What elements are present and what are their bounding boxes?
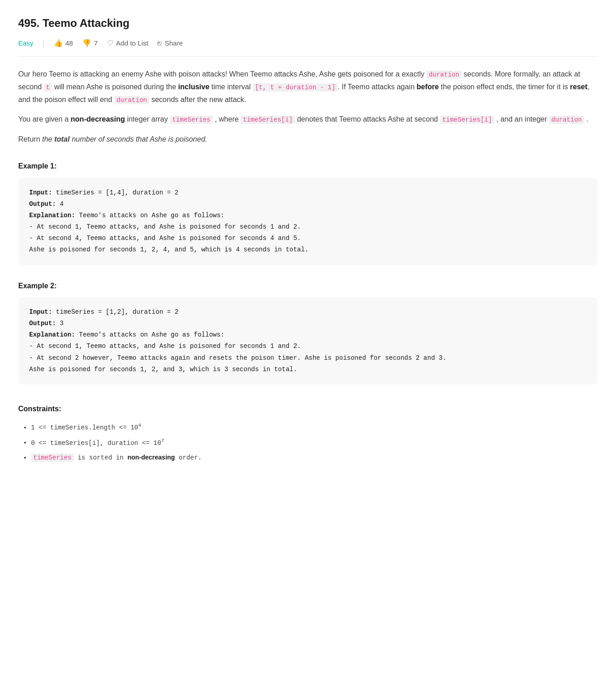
duration-code-1: duration xyxy=(426,71,462,79)
return-bold-italic: total xyxy=(54,135,70,143)
add-to-list-button[interactable]: ♡ Add to List xyxy=(107,37,149,49)
constraint3-bold: non-decreasing xyxy=(128,454,175,461)
desc-p2-mid3: denotes that Teemo attacks Ashe at secon… xyxy=(295,115,440,123)
return-end: number of seconds that Ashe is poisoned. xyxy=(70,135,207,143)
non-decreasing-text: non-decreasing xyxy=(71,115,125,123)
upvote-count: 48 xyxy=(66,38,73,49)
example2-detail-line3: Ashe is poisoned for seconds 1, 2, and 3… xyxy=(29,364,587,375)
example1-detail-line1: - At second 1, Teemo attacks, and Ashe i… xyxy=(29,221,587,233)
constraints-title: Constraints: xyxy=(18,403,598,415)
example2-output-val: 3 xyxy=(56,320,64,327)
before-text: before xyxy=(416,83,439,91)
example2-input-val: timeSeries = [1,2], duration = 2 xyxy=(52,308,178,316)
example1-box: Input: timeSeries = [1,4], duration = 2 … xyxy=(18,178,598,265)
return-italic: the xyxy=(42,135,54,143)
timeseries-i-code-2: timeSeries[i] xyxy=(440,116,494,124)
example2-title: Example 2: xyxy=(18,280,598,292)
example1-detail-line2: - At second 4, Teemo attacks, and Ashe i… xyxy=(29,233,587,244)
difficulty-badge: Easy xyxy=(18,38,33,49)
return-start: Return xyxy=(18,135,42,143)
add-to-list-label: Add to List xyxy=(116,38,149,49)
desc-p2-end: , and an integer xyxy=(494,115,549,123)
example1-explanation-line: Explanation: Teemo's attacks on Ashe go … xyxy=(29,210,587,221)
constraint2-sup: 7 xyxy=(161,438,164,444)
share-icon: ⎋ xyxy=(157,37,162,49)
upvote-button[interactable]: 👍 48 xyxy=(54,37,73,49)
desc-p2-mid2: , where xyxy=(213,115,241,123)
example2-output-line: Output: 3 xyxy=(29,318,587,329)
problem-title: 495. Teemo Attacking xyxy=(18,15,598,32)
desc-p2-period: . xyxy=(584,115,588,123)
constraint1-pre: 1 <= timeSeries.length <= 10 xyxy=(31,424,138,431)
constraint1-sup: 4 xyxy=(138,423,141,428)
description-paragraph-2: You are given a non-decreasing integer a… xyxy=(18,113,598,126)
example2-explanation-val: Teemo's attacks on Ashe go as follows: xyxy=(75,331,225,338)
meta-row: Easy | 👍 48 👎 7 ♡ Add to List ⎋ Share xyxy=(18,37,598,57)
constraint-2: 0 <= timeSeries[i], duration <= 107 xyxy=(31,436,598,449)
constraint3-text-end: order. xyxy=(175,454,202,461)
example1-output-val: 4 xyxy=(56,200,64,208)
constraint3-code: timeSeries xyxy=(31,454,74,462)
example1-output-line: Output: 4 xyxy=(29,199,587,210)
example2-explanation-line: Explanation: Teemo's attacks on Ashe go … xyxy=(29,329,587,341)
example2-output-label: Output: xyxy=(29,320,56,327)
separator-1: | xyxy=(42,37,44,49)
return-paragraph: Return the total number of seconds that … xyxy=(18,133,598,145)
interval-code: [t, t + duration - 1] xyxy=(253,83,338,92)
desc-p1-mid5: the poison effect ends, the timer for it… xyxy=(439,83,570,91)
example2-input-line: Input: timeSeries = [1,2], duration = 2 xyxy=(29,306,587,318)
constraints-list: 1 <= timeSeries.length <= 104 0 <= timeS… xyxy=(18,420,598,464)
example1-input-val: timeSeries = [1,4], duration = 2 xyxy=(52,189,178,196)
example1-explanation-val: Teemo's attacks on Ashe go as follows: xyxy=(75,212,225,219)
example1-input-label: Input: xyxy=(29,189,52,196)
constraint2-pre: 0 <= timeSeries[i], duration <= 10 xyxy=(31,439,161,446)
desc-p1-mid3: time interval xyxy=(210,83,253,91)
example2-detail-line1: - At second 1, Teemo attacks, and Ashe i… xyxy=(29,341,587,352)
example2-explanation-label: Explanation: xyxy=(29,331,75,338)
share-button[interactable]: ⎋ Share xyxy=(157,37,183,49)
duration-code-2: duration xyxy=(114,96,149,104)
desc-p1-mid2: will mean Ashe is poisoned during the xyxy=(52,83,178,91)
constraint-1: 1 <= timeSeries.length <= 104 xyxy=(31,420,598,434)
example1-detail-line3: Ashe is poisoned for seconds 1, 2, 4, an… xyxy=(29,244,587,255)
downvote-count: 7 xyxy=(94,38,98,49)
timeseries-code-1: timeSeries xyxy=(170,116,213,124)
duration-code-3: duration xyxy=(549,116,584,124)
desc-p1-end2: seconds after the new attack. xyxy=(149,96,246,103)
downvote-button[interactable]: 👎 7 xyxy=(82,37,98,49)
heart-icon: ♡ xyxy=(107,37,113,49)
t-code: t xyxy=(44,83,52,92)
desc-p1-mid4: . If Teemo attacks again xyxy=(338,83,416,91)
example2-detail-line2: - At second 2 however, Teemo attacks aga… xyxy=(29,352,587,364)
example1-title: Example 1: xyxy=(18,160,598,172)
example1-output-label: Output: xyxy=(29,200,56,208)
desc-p2-mid1: integer array xyxy=(125,115,170,123)
share-label: Share xyxy=(164,38,183,49)
timeseries-i-code: timeSeries[i] xyxy=(241,116,295,124)
example1-explanation-label: Explanation: xyxy=(29,212,75,219)
constraint-3: timeSeries is sorted in non-decreasing o… xyxy=(31,451,598,464)
constraint3-text-start: is sorted in xyxy=(74,454,128,461)
inclusive-text: inclusive xyxy=(178,83,209,91)
reset-text: reset xyxy=(570,83,587,91)
example2-input-label: Input: xyxy=(29,308,52,316)
thumbs-down-icon: 👎 xyxy=(82,37,91,49)
desc-p2-start: You are given a xyxy=(18,115,71,123)
desc-p1-start: Our hero Teemo is attacking an enemy Ash… xyxy=(18,70,426,78)
example2-box: Input: timeSeries = [1,2], duration = 2 … xyxy=(18,297,598,384)
problem-body: Our hero Teemo is attacking an enemy Ash… xyxy=(18,68,598,465)
example1-input-line: Input: timeSeries = [1,4], duration = 2 xyxy=(29,187,587,199)
thumbs-up-icon: 👍 xyxy=(54,37,63,49)
description-paragraph-1: Our hero Teemo is attacking an enemy Ash… xyxy=(18,68,598,106)
